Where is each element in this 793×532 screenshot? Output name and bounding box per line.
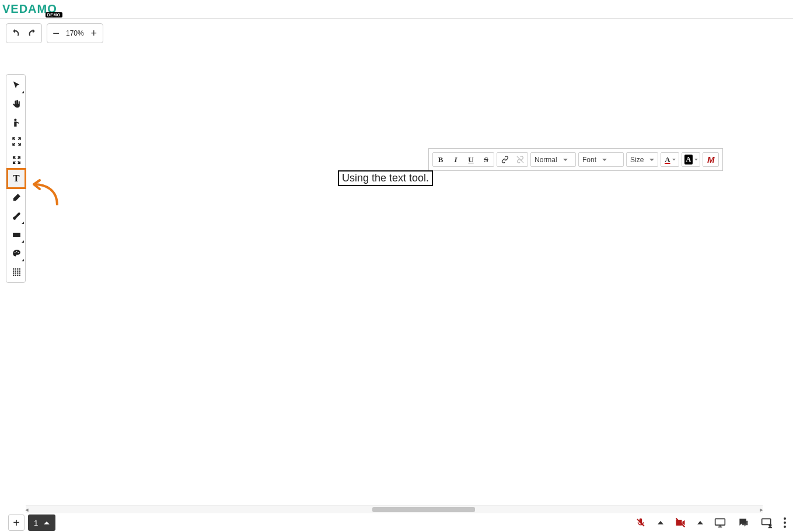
unlink-button[interactable] (512, 153, 527, 166)
annotation-arrow (29, 177, 64, 212)
brush-icon (12, 211, 22, 221)
svg-rect-17 (13, 274, 14, 275)
paragraph-style-select[interactable]: Normal (530, 152, 576, 167)
eraser-tool[interactable] (8, 188, 25, 206)
svg-rect-15 (17, 272, 18, 274)
scrollbar-thumb[interactable] (372, 507, 476, 512)
spread-all-tool[interactable] (8, 150, 25, 169)
bottom-right-controls (634, 516, 786, 529)
svg-rect-19 (17, 274, 18, 275)
arrows-out-icon (12, 155, 22, 165)
hand-icon (12, 99, 22, 109)
scroll-right-arrow[interactable]: ► (758, 507, 765, 513)
svg-rect-8 (19, 268, 20, 270)
mic-options-caret[interactable] (658, 521, 663, 524)
add-page-button[interactable]: + (8, 514, 25, 531)
chevron-down-icon (694, 159, 698, 160)
canvas-text-content: Using the text tool. (342, 172, 429, 184)
font-family-label: Font (582, 156, 596, 164)
svg-rect-9 (13, 270, 14, 271)
text-color-button[interactable]: A (661, 152, 679, 167)
svg-rect-5 (13, 268, 14, 270)
basic-style-group: B I U S (432, 152, 494, 167)
page-indicator[interactable]: 1 (28, 514, 55, 531)
underline-button[interactable]: U (463, 153, 478, 166)
top-toolbar: − 170% + (0, 19, 793, 43)
history-group (6, 23, 42, 43)
grid-icon (12, 267, 22, 277)
text-tool[interactable]: T (8, 169, 25, 188)
more-options-button[interactable] (784, 517, 786, 528)
svg-rect-10 (15, 270, 16, 271)
bring-all-tool[interactable] (8, 132, 25, 150)
grid-tool[interactable] (8, 262, 25, 281)
strikethrough-button[interactable]: S (478, 153, 494, 166)
svg-point-0 (14, 118, 16, 121)
bold-button[interactable]: B (433, 153, 448, 166)
pointer-tool[interactable] (8, 113, 25, 132)
microphone-muted-button[interactable] (634, 516, 647, 529)
screen-share-button[interactable] (714, 516, 726, 529)
undo-icon (10, 28, 20, 38)
brand-logo: VEDAMO DEMO (2, 2, 62, 16)
camera-off-button[interactable] (674, 516, 687, 529)
scroll-left-arrow[interactable]: ◄ (23, 507, 30, 513)
zoom-out-button[interactable]: − (47, 24, 65, 42)
link-group (497, 152, 528, 167)
svg-rect-11 (17, 270, 18, 271)
chevron-down-icon (649, 159, 654, 161)
select-tool[interactable] (8, 76, 25, 94)
font-size-label: Size (630, 156, 644, 164)
font-family-select[interactable]: Font (578, 152, 624, 167)
svg-rect-1 (13, 232, 20, 236)
math-icon: M (707, 155, 715, 164)
chevron-down-icon (563, 159, 568, 161)
brush-tool[interactable] (8, 206, 25, 225)
svg-rect-20 (19, 274, 20, 275)
chat-button[interactable] (737, 516, 750, 529)
svg-rect-14 (15, 272, 16, 274)
palette-icon (12, 249, 22, 258)
redo-button[interactable] (24, 24, 41, 42)
camera-off-icon (675, 517, 686, 528)
bottom-bar: + 1 (0, 513, 793, 532)
chevron-down-icon (602, 159, 607, 161)
math-equation-button[interactable]: M (703, 152, 719, 167)
brand-tag: DEMO (46, 12, 62, 18)
svg-rect-16 (19, 272, 20, 274)
color-palette-tool[interactable] (8, 244, 25, 262)
horizontal-scrollbar[interactable]: ◄ ► (26, 505, 763, 513)
chevron-up-icon (44, 522, 50, 524)
rectangle-icon (12, 230, 22, 240)
zoom-in-button[interactable]: + (85, 24, 103, 42)
svg-point-28 (768, 524, 771, 527)
text-format-toolbar[interactable]: B I U S Normal Font Size A (428, 148, 723, 171)
svg-point-2 (14, 252, 15, 253)
background-color-button[interactable]: A (682, 152, 700, 167)
italic-button[interactable]: I (448, 153, 463, 166)
current-page-number: 1 (34, 519, 38, 527)
whiteboard-canvas[interactable]: − 170% + T (0, 19, 793, 513)
monitor-icon (714, 517, 726, 528)
svg-rect-13 (13, 272, 14, 274)
undo-button[interactable] (6, 24, 24, 42)
camera-options-caret[interactable] (697, 521, 703, 524)
cursor-icon (12, 80, 22, 90)
app-header: VEDAMO DEMO (0, 0, 793, 19)
font-size-select[interactable]: Size (626, 152, 658, 167)
svg-rect-7 (17, 268, 18, 270)
hand-tool[interactable] (8, 94, 25, 113)
dot-icon (784, 522, 786, 524)
chat-icon (738, 517, 749, 528)
canvas-text-box[interactable]: Using the text tool. (338, 170, 433, 186)
left-tool-palette: T (6, 74, 26, 283)
unlink-icon (516, 155, 525, 164)
svg-rect-24 (715, 519, 725, 525)
eraser-icon (12, 192, 22, 202)
screen-person-icon (761, 517, 773, 528)
zoom-level-label: 170% (65, 29, 85, 37)
shape-tool[interactable] (8, 225, 25, 244)
link-button[interactable] (497, 153, 512, 166)
presenter-icon (12, 118, 22, 128)
participants-button[interactable] (760, 516, 773, 529)
